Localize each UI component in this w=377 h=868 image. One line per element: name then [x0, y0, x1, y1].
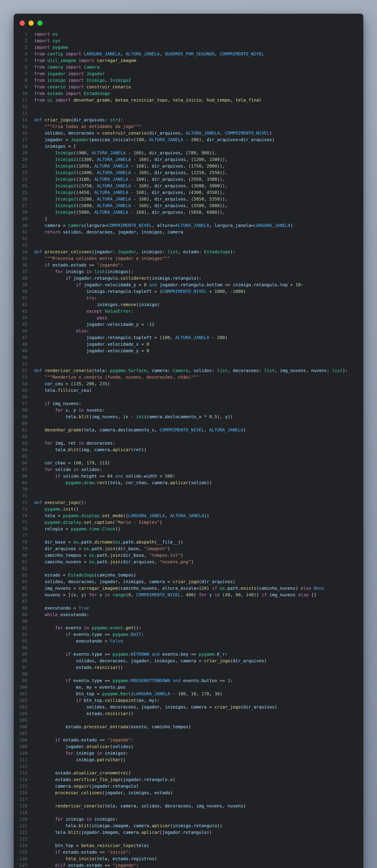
code-line-text — [27, 763, 34, 770]
line-number: 1 — [14, 31, 27, 37]
code-line: 12 — [14, 103, 363, 110]
line-number: 43 — [14, 308, 27, 315]
line-number: 113 — [14, 770, 27, 776]
code-line-text: processar_colisoes(jogador, inimigos, es… — [27, 789, 173, 796]
line-number: 100 — [14, 684, 27, 690]
code-line-text — [27, 110, 34, 117]
line-number: 114 — [14, 776, 27, 783]
code-line: 5from util_imagem import carregar_imagem — [14, 57, 363, 64]
minimize-button[interactable] — [28, 21, 34, 26]
code-line: 114 estado.verificar_fim_jogo(jogador.re… — [14, 776, 363, 783]
line-number: 88 — [14, 605, 27, 612]
code-line: 10from estado import EstadoJogo — [14, 90, 363, 97]
code-line-text: if estado.estado == "jogando": — [27, 262, 123, 268]
line-number: 64 — [14, 446, 27, 453]
line-number: 59 — [14, 413, 27, 420]
code-line-text — [27, 565, 34, 572]
code-line: 86 nuvens = [(x, y) for x in range(0, CO… — [14, 592, 363, 598]
code-line: 111 inimigo.patrulhar() — [14, 756, 363, 763]
code-line: 96 solidos, decoracoes, jogador, inimigo… — [14, 658, 363, 664]
window-titlebar[interactable] — [14, 14, 363, 26]
code-line-text: ] — [27, 216, 47, 222]
code-line: 66 cor_chao = (60, 179, 113) — [14, 460, 363, 466]
code-line: 102 if btn_top.collidepoint(mx, my): — [14, 697, 363, 704]
line-number: 16 — [14, 130, 27, 136]
code-line: 53 """Renderiza o cenário (fundo, nuvens… — [14, 374, 363, 380]
code-line-text: camera = Camera(largura=COMPRIMENTO_NIVE… — [27, 222, 293, 229]
code-line: 68 if solido.height >= 64 and solido.wid… — [14, 473, 363, 479]
line-number: 94 — [14, 644, 27, 651]
code-line-text: for solido in solidos: — [27, 466, 102, 473]
code-line-text: for img, ret in decoracoes: — [27, 440, 115, 446]
line-number: 35 — [14, 255, 27, 262]
line-number: 69 — [14, 479, 27, 486]
code-line-text: Inimigo2((1300, ALTURA_JANELA - 160), di… — [27, 156, 227, 163]
close-button[interactable] — [20, 21, 25, 26]
line-number: 123 — [14, 836, 27, 842]
code-line: 25 Inimigo((4450, ALTURA_JANELA - 160), … — [14, 189, 363, 196]
code-line-text: inimigo.retangulo.topleft = (COMPRIMENTO… — [27, 288, 246, 295]
line-number: 102 — [14, 697, 27, 704]
line-number: 119 — [14, 809, 27, 816]
code-line: 36 if estado.estado == "jogando": — [14, 262, 363, 268]
code-line-text: pygame.init() — [27, 506, 78, 513]
line-number: 37 — [14, 268, 27, 275]
code-line: 27 Inimigo2((5600, ALTURA_JANELA - 160),… — [14, 203, 363, 209]
code-line: 42 inimigos.remove(inimigo) — [14, 301, 363, 308]
code-line-text — [27, 717, 34, 723]
line-number: 120 — [14, 816, 27, 823]
code-line: 125 if estado.estado == "inicio": — [14, 849, 363, 856]
code-line: 106 estado.processar_entrada(evento, cam… — [14, 723, 363, 730]
line-number: 53 — [14, 374, 27, 380]
code-line: 65 — [14, 453, 363, 460]
code-line-text: solidos, decoracoes, jogador, inimigos, … — [27, 658, 267, 664]
code-line: 18 inimigos = [ — [14, 143, 363, 150]
zoom-button[interactable] — [37, 21, 42, 26]
code-line-text: tela.blit(img_nuvens, (x - int(camera.de… — [27, 413, 233, 420]
line-number: 77 — [14, 532, 27, 539]
line-number: 11 — [14, 97, 27, 103]
code-line-text: executando = True — [27, 605, 89, 612]
line-number: 40 — [14, 288, 27, 295]
code-line-text: """Renderiza o cenário (fundo, nuvens, d… — [27, 374, 199, 380]
line-number: 108 — [14, 737, 27, 743]
code-line: 88 executando = True — [14, 605, 363, 612]
line-number: 106 — [14, 723, 27, 730]
code-editor[interactable]: 1import os2import sys3import pygame4from… — [14, 31, 363, 868]
code-line-text: desenhar_grade(tela, camera.deslocamento… — [27, 427, 246, 433]
code-line-text: jogador.retangulo.topleft = (100, ALTURA… — [27, 334, 227, 341]
code-line-text: pygame.draw.rect(tela, cor_chao, camera.… — [27, 479, 212, 486]
code-line: 1import os — [14, 31, 363, 37]
code-line-text: from cenario import construir_cenario — [27, 84, 131, 90]
code-line: 72def executar_jogo(): — [14, 499, 363, 506]
code-line: 70 — [14, 486, 363, 493]
code-line-text — [27, 236, 34, 242]
code-line-text: tela.fill(cor_ceu) — [27, 387, 92, 394]
code-line-text — [27, 809, 34, 816]
code-line: 64 tela.blit(img, camera.aplicar(ret)) — [14, 446, 363, 453]
code-line: 119 — [14, 809, 363, 816]
code-line-text: tela.blit(img, camera.aplicar(ret)) — [27, 446, 147, 453]
code-line: 37 for inimigo in list(inimigos): — [14, 268, 363, 275]
code-line-text — [27, 618, 34, 625]
line-number: 115 — [14, 783, 27, 789]
code-line-text: Inimigo((1850, ALTURA_JANELA - 160), dir… — [27, 163, 225, 169]
code-line-text: estado.processar_entrada(evento, caminho… — [27, 723, 191, 730]
line-number: 14 — [14, 117, 27, 123]
code-line-text: jogador = Jogador(posicao_inicial=(100, … — [27, 136, 275, 143]
code-line-text: from ui import desenhar_grade, botao_rei… — [27, 97, 261, 103]
line-number: 49 — [14, 347, 27, 354]
code-line-text — [27, 242, 34, 249]
code-line: 26 Inimigo2((5200, ALTURA_JANELA - 160),… — [14, 196, 363, 203]
code-line-text: for x, y in nuvens: — [27, 407, 105, 413]
line-number: 45 — [14, 321, 27, 328]
code-line: 76 relogio = pygame.time.Clock() — [14, 526, 363, 532]
code-line-text: Inimigo((5900, ALTURA_JANELA - 160), dir… — [27, 209, 225, 216]
line-number: 73 — [14, 506, 27, 513]
line-number: 99 — [14, 677, 27, 684]
code-line: 20 Inimigo2((1300, ALTURA_JANELA - 160),… — [14, 156, 363, 163]
line-number: 7 — [14, 70, 27, 77]
code-line: 107 — [14, 730, 363, 737]
line-number: 47 — [14, 334, 27, 341]
line-number: 36 — [14, 262, 27, 268]
